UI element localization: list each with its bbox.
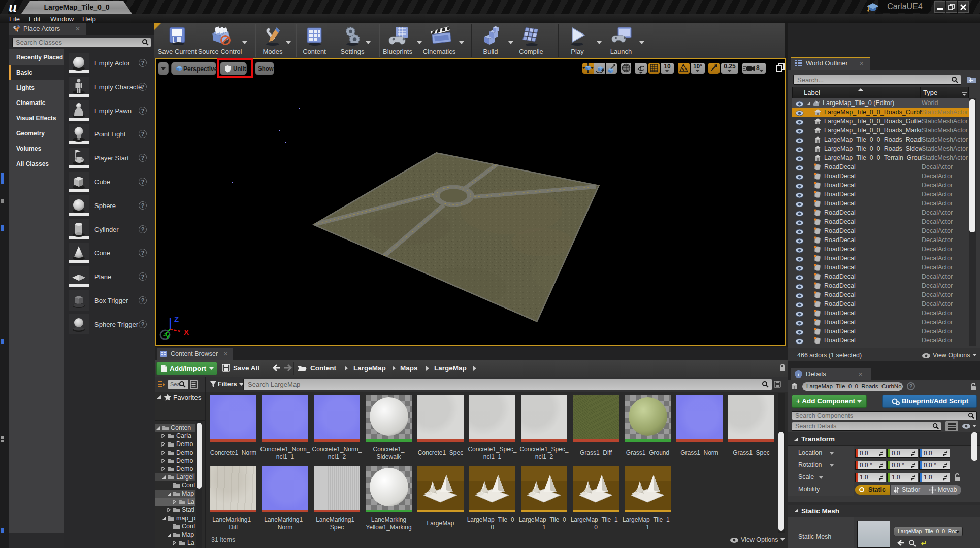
svg-text:X: X <box>184 328 189 336</box>
svg-text:Z: Z <box>174 315 179 323</box>
svg-text:Y: Y <box>165 332 170 341</box>
